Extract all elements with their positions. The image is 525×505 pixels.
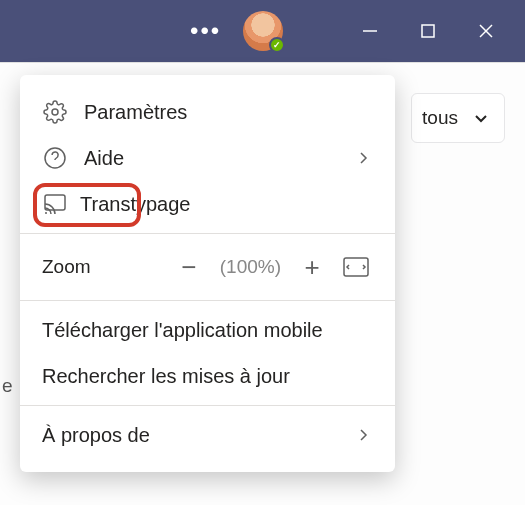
- gear-icon: [42, 99, 68, 125]
- menu-item-cast[interactable]: Transtypage: [20, 181, 395, 227]
- titlebar: •••: [0, 0, 525, 62]
- filter-label: tous: [422, 107, 458, 129]
- svg-point-5: [45, 148, 65, 168]
- menu-label: À propos de: [42, 424, 337, 447]
- partial-text: e: [0, 373, 15, 399]
- settings-menu: Paramètres Aide Transtypage Zoom − (100%…: [20, 75, 395, 472]
- menu-divider: [20, 300, 395, 301]
- zoom-value: (100%): [220, 256, 281, 278]
- menu-item-about[interactable]: À propos de: [20, 412, 395, 458]
- menu-label: Aide: [84, 147, 337, 170]
- menu-item-check-updates[interactable]: Rechercher les mises à jour: [20, 353, 395, 399]
- menu-item-help[interactable]: Aide: [20, 135, 395, 181]
- zoom-label: Zoom: [42, 256, 91, 278]
- window-controls: [341, 0, 515, 62]
- chevron-right-icon: [353, 427, 373, 443]
- menu-item-download-mobile[interactable]: Télécharger l'application mobile: [20, 307, 395, 353]
- maximize-button[interactable]: [399, 0, 457, 62]
- menu-label: Paramètres: [84, 101, 373, 124]
- menu-label: Rechercher les mises à jour: [42, 365, 373, 388]
- menu-divider: [20, 233, 395, 234]
- minimize-button[interactable]: [341, 0, 399, 62]
- presence-available-icon: [269, 37, 285, 53]
- svg-point-4: [52, 109, 58, 115]
- fullscreen-button[interactable]: [339, 254, 373, 280]
- chevron-down-icon: [472, 109, 490, 127]
- close-button[interactable]: [457, 0, 515, 62]
- menu-label: Transtypage: [80, 193, 373, 216]
- menu-divider: [20, 405, 395, 406]
- svg-point-8: [45, 212, 47, 214]
- profile-button[interactable]: [243, 11, 283, 51]
- menu-label: Télécharger l'application mobile: [42, 319, 373, 342]
- menu-item-zoom: Zoom − (100%) +: [20, 240, 395, 294]
- svg-rect-7: [45, 195, 65, 210]
- menu-item-settings[interactable]: Paramètres: [20, 89, 395, 135]
- svg-rect-1: [422, 25, 434, 37]
- help-icon: [42, 145, 68, 171]
- zoom-in-button[interactable]: +: [295, 250, 329, 284]
- cast-icon: [42, 191, 68, 217]
- chevron-right-icon: [353, 150, 373, 166]
- zoom-out-button[interactable]: −: [172, 250, 206, 284]
- filter-dropdown[interactable]: tous: [411, 93, 505, 143]
- more-options-button[interactable]: •••: [180, 13, 231, 49]
